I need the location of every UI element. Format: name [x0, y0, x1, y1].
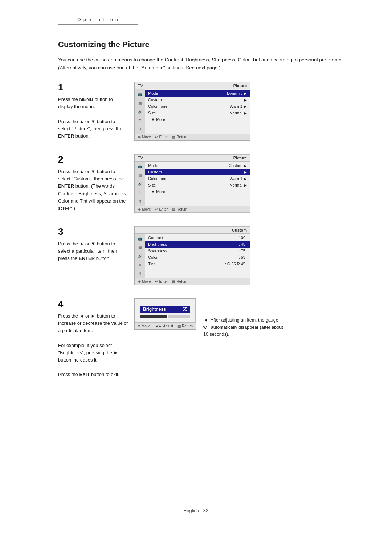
step-3-row-brightness: Brightness : 45: [145, 241, 250, 248]
step-2-footer: ⊕ Move ↵ Enter ▦ Return: [135, 206, 250, 212]
step-1-left: 1 Press the MENU button to display the m…: [58, 82, 134, 140]
step-1-footer-return: ▦ Return: [172, 135, 187, 139]
step-4-footer-move: ⊕ Move: [138, 324, 150, 328]
step-1-row-more: ▼ More: [145, 116, 250, 123]
step-2-footer-return: ▦ Return: [172, 207, 187, 211]
slider-fill: [140, 315, 168, 318]
step-1-row-mode: Mode : Dynamic ▶: [145, 90, 250, 97]
tv-icon-display2: ▦: [137, 172, 143, 178]
step-2-row-custom: Custom ▶: [145, 169, 250, 175]
step-1-row-custom: Custom ▶: [145, 97, 250, 103]
tv-icon-channel: ✕: [137, 117, 143, 123]
step-3-icons-col: 📺 ▦ 🔊 ✕ ⚙: [135, 234, 145, 278]
step-4-footer-adjust: ◄► Adjust: [155, 324, 173, 328]
step-3-desc: Press the ▲ or ▼ button to select a part…: [58, 240, 128, 262]
tv-icon-picture2: 📺: [137, 163, 143, 170]
step-3-menu-body: 📺 ▦ 🔊 ✕ ⚙ Contrast : 100 Brightness: [135, 234, 250, 278]
tv-icon-picture3: 📺: [137, 235, 143, 242]
tv-icon-sound3: 🔊: [137, 253, 143, 259]
step-1-footer: ⊕ Move ↵ Enter ▦ Return: [135, 134, 250, 140]
step-3-number: 3: [58, 226, 128, 237]
step-2-number: 2: [58, 154, 128, 165]
step-1-screen: TV Picture 📺 ▦ 🔊 ✕ ⚙ Mode : Dynamic: [134, 82, 250, 141]
step-3-section-label: Custom: [232, 228, 247, 232]
step-3-left: 3 Press the ▲ or ▼ button to select a pa…: [58, 226, 134, 262]
step-2-footer-enter: ↵ Enter: [155, 207, 168, 211]
step-4-note-text: After adjusting an item, the gauge will …: [203, 318, 283, 337]
brightness-label: Brightness: [143, 307, 166, 312]
step-2-footer-move: ⊕ Move: [138, 207, 151, 211]
step-3-rows: Contrast : 100 Brightness : 45 Sharpness…: [145, 234, 250, 278]
brightness-label-row: Brightness 55: [140, 306, 190, 313]
step-1-footer-enter: ↵ Enter: [155, 135, 168, 139]
step-2-row-more: ▼ More: [145, 188, 250, 195]
step-4-footer: ⊕ Move ◄► Adjust ▦ Return: [135, 323, 196, 329]
step-2-section-label: Picture: [233, 156, 247, 160]
step-2-tv-menu: TV Picture 📺 ▦ 🔊 ✕ ⚙ Mode : Custom: [135, 154, 250, 213]
note-arrow-icon: ◄: [203, 317, 208, 323]
step-3-footer-return: ▦ Return: [172, 279, 187, 283]
step-3-footer-enter: ↵ Enter: [155, 279, 168, 283]
tv-icon-sound: 🔊: [137, 108, 143, 115]
step-1-row-colortone: Color Tone : Warm1 ▶: [145, 103, 250, 110]
step-2-screen: TV Picture 📺 ▦ 🔊 ✕ ⚙ Mode : Custom: [134, 154, 250, 213]
header-label: O p e r a t i o n: [77, 17, 118, 22]
step-1-desc: Press the MENU button to display the men…: [58, 96, 128, 140]
step-4-screen-area: Brightness 55 ⊕ Move ◄► Adjust: [134, 298, 196, 330]
tv-icon-setup: ⚙: [137, 126, 143, 132]
brightness-container: Brightness 55: [135, 299, 196, 323]
tv-icon-display3: ▦: [137, 244, 143, 250]
step-1-tv-label: TV: [138, 83, 143, 88]
step-2-row-mode: Mode : Custom ▶: [145, 162, 250, 169]
step-1-menu-header: TV Picture: [135, 82, 250, 89]
step-1-menu-body: 📺 ▦ 🔊 ✕ ⚙ Mode : Dynamic ▶ Custom: [135, 89, 250, 134]
step-1-section: 1 Press the MENU button to display the m…: [58, 82, 356, 141]
tv-icon-sound2: 🔊: [137, 180, 143, 187]
step-3-row-sharpness: Sharpness : 75: [145, 248, 250, 254]
step-2-left: 2 Press the ▲ or ▼ button to select "Cus…: [58, 154, 134, 212]
step-3-footer-move: ⊕ Move: [138, 279, 151, 283]
tv-icon-setup2: ⚙: [137, 198, 143, 204]
step-1-number: 1: [58, 82, 128, 93]
step-3-row-contrast: Contrast : 100: [145, 234, 250, 241]
page-number: English - 32: [184, 508, 209, 513]
page-footer: English - 32: [0, 508, 392, 513]
step-2-desc: Press the ▲ or ▼ button to select "Custo…: [58, 168, 128, 212]
step-1-rows: Mode : Dynamic ▶ Custom ▶ Color Tone : W…: [145, 89, 250, 134]
step-3-section: 3 Press the ▲ or ▼ button to select a pa…: [58, 226, 356, 285]
step-3-row-tint: Tint : G 55 R 45: [145, 261, 250, 267]
step-1-footer-move: ⊕ Move: [138, 135, 151, 139]
step-4-left: 4 Press the ◄ or ► button to increase or…: [58, 298, 134, 378]
step-3-screen: Custom 📺 ▦ 🔊 ✕ ⚙ Contrast : 100: [134, 226, 250, 285]
page-title: Customizing the Picture: [58, 40, 356, 49]
slider-thumb: [167, 314, 168, 319]
step-1-section-label: Picture: [233, 83, 247, 88]
step-1-tv-menu: TV Picture 📺 ▦ 🔊 ✕ ⚙ Mode : Dynamic: [135, 82, 250, 140]
step-4-footer-return: ▦ Return: [177, 324, 193, 328]
step-2-rows: Mode : Custom ▶ Custom ▶ Color Tone : Wa…: [145, 162, 250, 206]
step-4-number: 4: [58, 298, 128, 310]
step-2-row-colortone: Color Tone : Warm1 ▶: [145, 175, 250, 182]
step-3-menu-header: Custom: [135, 227, 250, 234]
step-4-note: ◄ After adjusting an item, the gauge wil…: [203, 298, 283, 338]
step-4-desc: Press the ◄ or ► button to increase or d…: [58, 313, 128, 378]
tv-icon-channel3: ✕: [137, 261, 143, 268]
tv-icon-display: ▦: [137, 99, 143, 106]
step-2-section: 2 Press the ▲ or ▼ button to select "Cus…: [58, 154, 356, 213]
intro-text: You can use the on-screen menus to chang…: [58, 56, 356, 72]
slider-track: [140, 315, 190, 318]
step-3-footer: ⊕ Move ↵ Enter ▦ Return: [135, 278, 250, 285]
brightness-value: 55: [183, 307, 187, 312]
tv-icon-picture: 📺: [137, 91, 143, 97]
tv-icon-channel2: ✕: [137, 189, 143, 196]
main-content: Customizing the Picture You can use the …: [58, 40, 356, 391]
step-4-section: 4 Press the ◄ or ► button to increase or…: [58, 298, 356, 378]
step-2-menu-body: 📺 ▦ 🔊 ✕ ⚙ Mode : Custom ▶ Custom: [135, 162, 250, 206]
tv-icon-setup3: ⚙: [137, 270, 143, 277]
step-2-tv-label: TV: [138, 156, 143, 160]
step-1-icons-col: 📺 ▦ 🔊 ✕ ⚙: [135, 89, 145, 134]
step-3-row-color: Color : 53: [145, 254, 250, 261]
header-box: O p e r a t i o n: [58, 15, 138, 25]
step-1-row-size: Size : Normal ▶: [145, 110, 250, 116]
step-2-row-size: Size : Normal ▶: [145, 182, 250, 188]
